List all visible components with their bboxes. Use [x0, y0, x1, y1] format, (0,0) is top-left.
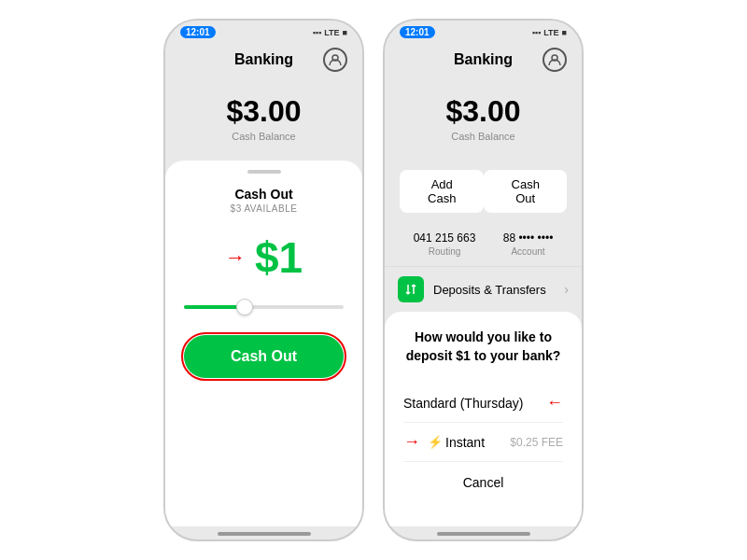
right-phone: 12:01 ▪▪▪ LTE ■ Banking $3.00 Cash Balan… — [383, 19, 584, 541]
sheet-handle — [247, 170, 281, 174]
home-indicator-right — [437, 532, 530, 536]
battery-icon: ■ — [343, 28, 347, 37]
deposit-title: How would you like to deposit $1 to your… — [403, 329, 563, 365]
instant-option[interactable]: → ⚡ Instant $0.25 FEE — [403, 423, 563, 462]
home-indicator-left — [218, 532, 311, 536]
routing-number: 041 215 663 — [414, 231, 476, 245]
instant-fee: $0.25 FEE — [510, 436, 563, 449]
arrow-right-red-icon: → — [403, 432, 420, 452]
balance-area-left: $3.00 Cash Balance — [165, 79, 362, 161]
status-bar-right: 12:01 ▪▪▪ LTE ■ — [385, 21, 582, 42]
transfers-label: Deposits & Transfers — [433, 283, 555, 297]
profile-icon-right[interactable] — [543, 48, 567, 72]
amount-display: $1 — [255, 232, 303, 283]
arrow-right-icon: → — [225, 245, 246, 270]
profile-icon-left[interactable] — [323, 48, 347, 72]
routing-label: Routing — [414, 246, 476, 257]
account-label: Account — [503, 246, 554, 257]
time-right: 12:01 — [400, 26, 435, 38]
signal-bars: ▪▪▪ — [313, 28, 322, 37]
page-title-left: Banking — [234, 51, 293, 68]
balance-label-left: Cash Balance — [165, 131, 362, 142]
cash-out-button-right[interactable]: Cash Out — [484, 170, 567, 213]
balance-label-right: Cash Balance — [385, 131, 582, 142]
balance-amount-left: $3.00 — [165, 94, 362, 129]
amount-slider[interactable] — [184, 305, 344, 309]
arrow-down-btn-icon: ↓ — [361, 347, 364, 367]
left-phone: 12:01 ▪▪▪ LTE ■ Banking $3.00 Cash Balan… — [163, 19, 364, 541]
page-title-right: Banking — [454, 51, 513, 68]
btn-outline — [181, 332, 346, 381]
signal-left: ▪▪▪ LTE ■ — [313, 28, 347, 37]
status-bar-left: 12:01 ▪▪▪ LTE ■ — [165, 21, 362, 42]
signal-bars-right: ▪▪▪ — [532, 28, 542, 37]
balance-area-right: $3.00 Cash Balance — [385, 79, 582, 161]
account-item: 88 •••• •••• Account — [503, 231, 554, 257]
instant-label: Instant — [445, 435, 510, 450]
amount-row: → $1 — [225, 232, 303, 283]
standard-label: Standard (Thursday) — [403, 396, 539, 411]
slider-thumb[interactable] — [236, 299, 253, 315]
sheet-title: Cash Out — [234, 187, 292, 202]
standard-option[interactable]: Standard (Thursday) ← — [403, 384, 563, 423]
cash-out-btn-container: Cash Out ↓ — [184, 335, 344, 378]
lte-label-right: LTE — [543, 28, 558, 37]
banking-buttons: Add Cash Cash Out — [385, 161, 582, 222]
arrow-left-icon: ← — [546, 393, 563, 413]
transfers-icon — [398, 276, 424, 302]
nav-bar-right: Banking — [385, 42, 582, 79]
add-cash-button[interactable]: Add Cash — [400, 170, 484, 213]
lte-label: LTE — [324, 28, 339, 37]
deposit-modal: How would you like to deposit $1 to your… — [385, 312, 582, 526]
battery-icon-right: ■ — [562, 28, 567, 37]
nav-bar-left: Banking — [165, 42, 362, 79]
cancel-button[interactable]: Cancel — [403, 475, 563, 490]
routing-item: 041 215 663 Routing — [414, 231, 476, 257]
balance-amount-right: $3.00 — [385, 94, 582, 129]
time-left: 12:01 — [180, 26, 216, 38]
signal-right: ▪▪▪ LTE ■ — [532, 28, 567, 37]
slider-track — [184, 305, 344, 309]
chevron-right-icon: › — [564, 282, 569, 297]
lightning-icon: ⚡ — [428, 435, 443, 449]
cash-out-sheet: Cash Out $3 AVAILABLE → $1 Cash Out ↓ — [165, 161, 362, 526]
account-info: 041 215 663 Routing 88 •••• •••• Account — [385, 222, 582, 266]
account-number: 88 •••• •••• — [503, 231, 554, 245]
transfers-row[interactable]: Deposits & Transfers › — [385, 266, 582, 312]
sheet-subtitle: $3 AVAILABLE — [231, 203, 298, 214]
slider-fill — [184, 305, 240, 309]
